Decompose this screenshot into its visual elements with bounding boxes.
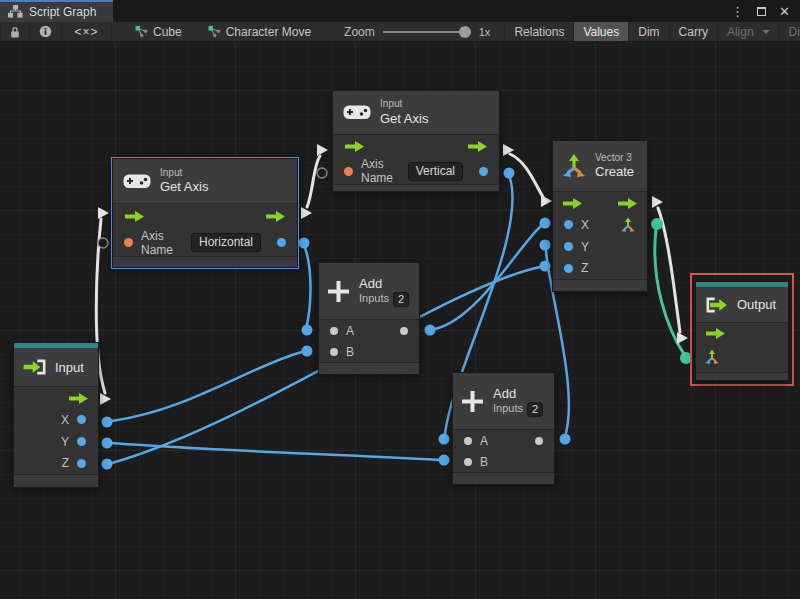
port-label: A	[480, 434, 488, 448]
graph-hierarchy-icon	[8, 5, 23, 18]
axis-name-row: Axis Name Horizontal	[113, 229, 297, 256]
node-graph-input[interactable]: Input X Y Z	[13, 342, 99, 488]
value-wire-horizontal-to-add1-a[interactable]	[305, 248, 311, 325]
node-header[interactable]: Input Get Axis	[113, 159, 297, 204]
flow-out-port[interactable]	[265, 211, 286, 222]
port-label: X	[61, 413, 69, 427]
inputs-label: Inputs	[359, 292, 389, 306]
info-button[interactable]	[30, 22, 62, 41]
port-label: B	[346, 345, 354, 359]
node-vector3-create[interactable]: Vector 3 Create X Y	[552, 140, 648, 292]
flow-wire-getaxis-horizontal-to-getaxis-vertical[interactable]	[307, 156, 320, 207]
unconnected-port-marker[interactable]	[317, 168, 327, 178]
x-input-port[interactable]	[564, 220, 573, 229]
a-input-row: A	[319, 320, 419, 341]
port-label: X	[581, 218, 589, 232]
port-label: Y	[61, 435, 69, 449]
toggle-dim[interactable]: Dim	[629, 22, 669, 41]
flow-wire-getaxis-vertical-to-create[interactable]	[510, 154, 543, 197]
arrow-into-bracket-icon	[22, 358, 48, 376]
node-header[interactable]: Add Inputs 2	[453, 373, 554, 430]
node-graph-output[interactable]: Output	[695, 281, 789, 381]
string-input-port[interactable]	[124, 238, 133, 247]
node-title: Create	[595, 164, 634, 180]
node-get-axis-vertical[interactable]: Input Get Axis Axis Name Vertical	[332, 90, 500, 192]
port-label: B	[480, 455, 488, 469]
port-label: Z	[581, 261, 588, 275]
align-dropdown[interactable]: Align	[718, 22, 780, 41]
zoom-label: Zoom	[344, 25, 375, 39]
inputs-count-field[interactable]: 2	[393, 292, 409, 307]
graph-canvas[interactable]: Input Get Axis Axis Name Vertical	[0, 42, 800, 599]
window-controls: ⋮ ✕	[731, 0, 800, 22]
inputs-count-field[interactable]: 2	[527, 402, 543, 417]
node-footer	[319, 362, 419, 374]
node-footer	[333, 184, 499, 191]
b-input-port[interactable]	[464, 458, 472, 466]
z-output-port[interactable]	[77, 459, 86, 468]
edit-script-button[interactable]: <×>	[62, 22, 112, 41]
value-wire-add1-to-create-x[interactable]	[435, 226, 541, 329]
y-output-port[interactable]	[77, 437, 86, 446]
node-title: Add	[359, 276, 409, 292]
float-output-port[interactable]	[479, 167, 488, 176]
breadcrumb-label: Character Move	[226, 25, 311, 39]
flow-in-port[interactable]	[124, 211, 145, 222]
node-header[interactable]: Input	[14, 348, 98, 387]
node-header[interactable]: Vector 3 Create	[553, 141, 647, 192]
node-title: Add	[493, 386, 543, 402]
script-graph-icon	[135, 25, 148, 38]
sum-output-port[interactable]	[535, 437, 543, 445]
vector3-output-port[interactable]	[620, 217, 636, 233]
sum-output-port[interactable]	[400, 327, 408, 335]
flow-in-port[interactable]	[705, 328, 726, 339]
toggle-values[interactable]: Values	[574, 22, 629, 41]
toggle-relations[interactable]: Relations	[504, 22, 574, 41]
float-output-port[interactable]	[277, 238, 286, 247]
x-output-port[interactable]	[77, 415, 86, 424]
node-header[interactable]: Input Get Axis	[333, 91, 499, 135]
y-output-row: Y	[14, 431, 98, 453]
node-add-2[interactable]: Add Inputs 2 A B	[452, 372, 555, 485]
button-label: Distribute	[789, 25, 800, 39]
tab-script-graph[interactable]: Script Graph	[0, 0, 113, 22]
b-input-port[interactable]	[330, 348, 338, 356]
x-output-row: X	[14, 409, 98, 431]
vector3-input-port[interactable]	[704, 349, 720, 365]
a-input-port[interactable]	[464, 437, 472, 445]
distribute-dropdown[interactable]: Distribute	[780, 22, 800, 41]
node-title: Get Axis	[380, 111, 428, 127]
zoom-slider-handle[interactable]	[459, 26, 471, 38]
graph-breadcrumb-character-move[interactable]: Character Move	[199, 22, 320, 41]
z-input-port[interactable]	[564, 264, 573, 273]
flow-in-port[interactable]	[344, 141, 365, 152]
unconnected-port-marker[interactable]	[98, 238, 108, 248]
node-get-axis-horizontal[interactable]: Input Get Axis Axis Name Horizontal	[112, 158, 298, 268]
toggle-carry[interactable]: Carry	[670, 22, 718, 41]
flow-out-port[interactable]	[617, 198, 638, 209]
node-footer	[553, 279, 647, 291]
menu-icon[interactable]: ⋮	[731, 5, 744, 18]
inputs-label: Inputs	[493, 402, 523, 416]
flow-in-port[interactable]	[562, 198, 583, 209]
node-header[interactable]: Output	[696, 287, 788, 323]
node-header[interactable]: Add Inputs 2	[319, 263, 419, 320]
maximize-icon[interactable]	[757, 7, 766, 16]
y-input-row: Y	[553, 236, 647, 258]
node-title: Input	[55, 360, 84, 375]
y-input-port[interactable]	[564, 242, 573, 251]
flow-out-port[interactable]	[467, 141, 488, 152]
breadcrumb-label: Cube	[153, 25, 182, 39]
a-input-port[interactable]	[330, 327, 338, 335]
axis-name-field[interactable]: Vertical	[408, 162, 463, 181]
lock-button[interactable]	[0, 22, 30, 41]
value-wire-input-x-to-add1-b[interactable]	[112, 352, 302, 421]
vector3-arrows-icon	[561, 153, 587, 179]
close-icon[interactable]: ✕	[779, 5, 790, 18]
graph-breadcrumb-cube[interactable]: Cube	[126, 22, 191, 41]
string-input-port[interactable]	[344, 167, 353, 176]
node-add-1[interactable]: Add Inputs 2 A B	[318, 262, 420, 375]
axis-name-field[interactable]: Horizontal	[191, 233, 261, 252]
zoom-slider[interactable]	[383, 26, 471, 38]
flow-out-port[interactable]	[68, 393, 89, 404]
